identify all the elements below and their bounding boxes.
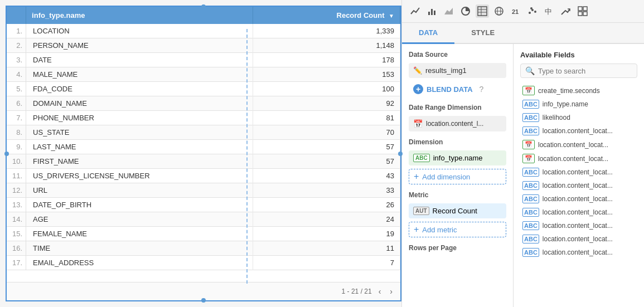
cell-count: 43 bbox=[253, 169, 400, 183]
cell-type: DATE_OF_BIRTH bbox=[26, 198, 253, 212]
row-num: 1. bbox=[7, 24, 26, 38]
col-header-count[interactable]: Record Count ▼ bbox=[253, 7, 400, 24]
field-item[interactable]: ABC location.content_locat... bbox=[520, 246, 637, 259]
table-row: 1. LOCATION 1,339 bbox=[7, 24, 400, 38]
bar-chart-icon[interactable] bbox=[425, 4, 439, 18]
cell-type: AGE bbox=[26, 212, 253, 227]
field-item[interactable]: ABC likelihood bbox=[520, 111, 637, 124]
aut-badge: AUT bbox=[413, 207, 429, 215]
row-num: 6. bbox=[7, 96, 26, 111]
field-name: info_type.name bbox=[543, 100, 588, 108]
col-header-type[interactable]: info_type.name bbox=[26, 7, 253, 24]
data-config: Data Source ✏️ results_img1 + BLEND DATA… bbox=[402, 44, 514, 307]
field-item[interactable]: ABC info_type.name bbox=[520, 98, 637, 111]
cell-count: 70 bbox=[253, 125, 400, 140]
field-item[interactable]: ABC location.content_locat... bbox=[520, 206, 637, 219]
blend-data-button[interactable]: + BLEND DATA bbox=[409, 81, 477, 97]
table-row: 17. EMAIL_ADDRESS 7 bbox=[7, 256, 400, 270]
cell-count: 1,339 bbox=[253, 24, 400, 38]
field-item[interactable]: 📅 location.content_locat... bbox=[520, 152, 637, 165]
pivot-chart-icon[interactable]: 中 bbox=[543, 4, 556, 18]
pie-chart-icon[interactable] bbox=[459, 4, 472, 18]
table-body: 1. LOCATION 1,339 2. PERSON_NAME 1,148 3… bbox=[7, 24, 400, 270]
field-item[interactable]: 📅 create_time.seconds bbox=[520, 84, 637, 98]
panel-tabs: DATA STYLE bbox=[402, 23, 644, 44]
field-item[interactable]: ABC location.content_locat... bbox=[520, 232, 637, 246]
cell-type: US_DRIVERS_LICENSE_NUMBER bbox=[26, 169, 253, 183]
cell-count: 7 bbox=[253, 256, 400, 270]
cell-type: LAST_NAME bbox=[26, 140, 253, 154]
add-dimension-button[interactable]: + Add dimension bbox=[409, 169, 506, 184]
available-fields-title: Available Fields bbox=[520, 51, 637, 59]
svg-text:中: 中 bbox=[545, 7, 552, 16]
cell-type: DATE bbox=[26, 53, 253, 67]
resize-handle-top[interactable] bbox=[201, 4, 206, 9]
field-item[interactable]: ABC location.content_locat... bbox=[520, 124, 637, 138]
dimension-value: info_type.name bbox=[433, 154, 483, 162]
row-num: 12. bbox=[7, 183, 26, 198]
field-item[interactable]: ABC location.content_locat... bbox=[520, 219, 637, 232]
row-num: 7. bbox=[7, 111, 26, 125]
prev-page-button[interactable]: ‹ bbox=[376, 286, 384, 297]
resize-handle-right[interactable] bbox=[398, 152, 403, 156]
metric-label: Metric bbox=[409, 191, 506, 199]
data-source-name: results_img1 bbox=[425, 66, 502, 75]
cell-type: US_STATE bbox=[26, 125, 253, 140]
table-chart-icon[interactable] bbox=[476, 4, 489, 18]
field-type-icon: 📅 bbox=[522, 154, 535, 163]
resize-handle-left[interactable] bbox=[4, 152, 9, 156]
trend-chart-icon[interactable] bbox=[559, 4, 573, 18]
table-row: 9. LAST_NAME 57 bbox=[7, 140, 400, 154]
scatter-chart-icon[interactable] bbox=[526, 4, 539, 18]
cell-count: 26 bbox=[253, 198, 400, 212]
table-row: 3. DATE 178 bbox=[7, 53, 400, 67]
date-range-value: location.content_l... bbox=[426, 120, 483, 128]
date-range-label: Date Range Dimension bbox=[409, 104, 506, 111]
tab-style[interactable]: STYLE bbox=[454, 23, 511, 44]
geo-chart-icon[interactable] bbox=[492, 4, 506, 18]
search-input[interactable] bbox=[538, 67, 632, 75]
table-container: info_type.name Record Count ▼ 1. LOCATIO… bbox=[7, 7, 400, 282]
svg-rect-19 bbox=[583, 7, 587, 11]
field-type-icon: ABC bbox=[522, 221, 539, 230]
svg-point-16 bbox=[530, 7, 532, 9]
field-name: location.content_locat... bbox=[543, 195, 613, 203]
dimension-box: ABC info_type.name bbox=[409, 150, 506, 165]
table-row: 14. AGE 24 bbox=[7, 212, 400, 227]
tab-data[interactable]: DATA bbox=[402, 23, 454, 44]
svg-rect-1 bbox=[431, 9, 433, 15]
row-num: 8. bbox=[7, 125, 26, 140]
add-metric-button[interactable]: + Add metric bbox=[409, 222, 506, 237]
table-row: 4. MALE_NAME 153 bbox=[7, 67, 400, 82]
svg-text:21: 21 bbox=[512, 8, 519, 15]
field-name: location.content_locat... bbox=[543, 168, 613, 176]
line-chart-icon[interactable] bbox=[409, 4, 422, 18]
svg-rect-20 bbox=[578, 12, 582, 16]
field-item[interactable]: ABC location.content_locat... bbox=[520, 179, 637, 192]
cell-type: MALE_NAME bbox=[26, 67, 253, 82]
field-type-icon: ABC bbox=[522, 168, 539, 177]
rows-per-page-label: Rows per Page bbox=[409, 244, 506, 252]
row-num: 14. bbox=[7, 212, 26, 227]
resize-handle-bottom[interactable] bbox=[201, 298, 206, 303]
add-dimension-icon: + bbox=[414, 172, 419, 182]
matrix-chart-icon[interactable] bbox=[576, 4, 589, 18]
field-item[interactable]: 📅 location.content_locat... bbox=[520, 138, 637, 152]
search-box[interactable]: 🔍 bbox=[520, 64, 637, 78]
help-icon[interactable]: ? bbox=[480, 85, 484, 94]
number-chart-icon[interactable]: 21 bbox=[509, 4, 522, 18]
table-row: 11. US_DRIVERS_LICENSE_NUMBER 43 bbox=[7, 169, 400, 183]
cell-count: 92 bbox=[253, 96, 400, 111]
svg-rect-2 bbox=[434, 11, 435, 15]
pencil-icon: ✏️ bbox=[413, 66, 422, 75]
cell-type: TIME bbox=[26, 241, 253, 256]
available-fields-panel: Available Fields 🔍 📅 create_time.seconds… bbox=[514, 44, 644, 307]
area-chart-icon[interactable] bbox=[442, 4, 456, 18]
table-row: 15. FEMALE_NAME 19 bbox=[7, 227, 400, 241]
next-page-button[interactable]: › bbox=[388, 286, 395, 297]
table-row: 8. US_STATE 70 bbox=[7, 125, 400, 140]
field-item[interactable]: ABC location.content_locat... bbox=[520, 192, 637, 206]
field-item[interactable]: ABC location.content_locat... bbox=[520, 165, 637, 179]
field-name: location.content_locat... bbox=[543, 248, 613, 256]
svg-rect-21 bbox=[583, 12, 587, 16]
